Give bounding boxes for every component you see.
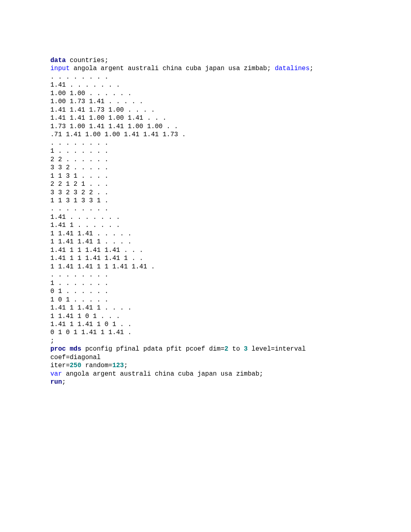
data-line: 1.41 1 1 1.41 1.41 1 . . (50, 255, 143, 262)
code-block: data countries; input angola argent aust… (0, 0, 411, 387)
data-line: 1 1.41 1 0 1 . . . (50, 313, 120, 320)
data-line: 1.41 1.41 1.00 1.00 1.41 . . . (50, 114, 166, 122)
data-line: . . . . . . . . (50, 73, 108, 81)
data-line: 1.41 1 1.41 1 0 1 . . (50, 321, 132, 328)
data-line: 1 0 1 . . . . . (50, 296, 108, 303)
data-line: 1.41 . . . . . . . (50, 81, 120, 89)
code-text: countries; (66, 57, 108, 64)
keyword-run: run (50, 378, 62, 386)
code-text: angola argent australi china cuba japan … (62, 370, 263, 378)
data-line: 1 . . . . . . . (50, 280, 108, 287)
keyword-input: input (50, 65, 70, 72)
data-line: 1.41 1 . . . . . . (50, 222, 120, 229)
code-text: angola argent australi china cuba japan … (70, 65, 275, 72)
code-text: pconfig pfinal pdata pfit pcoef dim= (81, 345, 224, 353)
code-text: coef=diagonal (50, 354, 101, 361)
data-line: 1 . . . . . . . (50, 148, 108, 155)
number: 250 (70, 362, 81, 369)
code-text: level=interval (248, 345, 306, 353)
number: 2 (224, 345, 228, 353)
code-text: to (228, 345, 244, 353)
number: 123 (112, 362, 124, 369)
code-text: iter= (50, 362, 70, 369)
data-line: 1 1.41 1.41 1 . . . . (50, 238, 132, 245)
code-text: ; (309, 65, 313, 72)
data-line: 1 1 3 1 3 3 1 . (50, 197, 108, 204)
data-line: 1.41 . . . . . . . (50, 214, 120, 221)
data-line: 3 3 2 . . . . . (50, 164, 108, 171)
number: 3 (244, 345, 248, 353)
data-line: 1.73 1.00 1.41 1.41 1.00 1.00 . . (50, 123, 178, 130)
code-text: ; (124, 362, 128, 369)
data-line: 1.00 1.73 1.41 . . . . . (50, 98, 143, 105)
data-line: 1.41 1 1.41 1 . . . . (50, 304, 132, 312)
keyword-datalines: datalines (275, 65, 309, 72)
data-line: 1 1.41 1.41 . . . . . (50, 230, 132, 237)
data-line: . . . . . . . . (50, 205, 108, 212)
data-line: .71 1.41 1.00 1.00 1.41 1.41 1.73 . (50, 131, 186, 138)
data-line: 1.41 1.41 1.73 1.00 . . . . (50, 106, 155, 114)
data-line: 0 1 . . . . . . (50, 288, 108, 295)
data-line: 1.00 1.00 . . . . . . (50, 90, 132, 97)
code-text: ; (62, 378, 66, 386)
data-line: 0 1 0 1 1.41 1 1.41 . (50, 329, 132, 336)
data-line: 1 1 3 1 . . . . (50, 172, 108, 180)
data-line: 3 3 2 3 2 2 . . (50, 189, 108, 196)
keyword-proc: proc mds (50, 345, 81, 353)
data-line: ; (50, 337, 54, 345)
data-line: 2 2 1 2 1 . . . (50, 181, 108, 188)
code-text: random= (81, 362, 112, 369)
data-line: 2 2 . . . . . . (50, 156, 108, 163)
data-line: 1 1.41 1.41 1 1 1.41 1.41 . (50, 263, 155, 270)
keyword-var: var (50, 370, 62, 378)
data-line: . . . . . . . . (50, 271, 108, 278)
data-line: . . . . . . . . (50, 139, 108, 147)
data-line: 1.41 1 1 1.41 1.41 . . . (50, 247, 143, 254)
keyword-data: data (50, 57, 66, 64)
